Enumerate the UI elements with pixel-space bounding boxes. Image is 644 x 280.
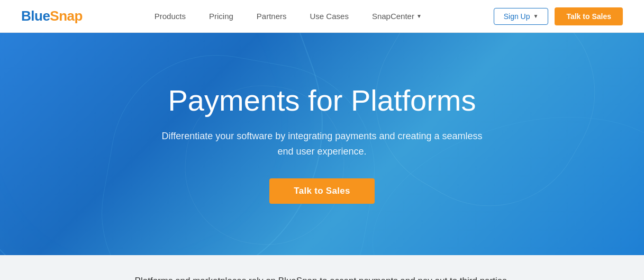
nav-item-partners[interactable]: Partners — [245, 12, 298, 21]
nav-item-use-cases[interactable]: Use Cases — [298, 12, 360, 21]
hero-title: Payments for Platforms — [168, 84, 476, 117]
sign-up-chevron-down-icon: ▼ — [533, 13, 539, 19]
hero-content: Payments for Platforms Differentiate you… — [158, 84, 486, 203]
nav-item-products[interactable]: Products — [143, 12, 197, 21]
snap-center-chevron-down-icon: ▼ — [416, 13, 422, 19]
snap-center-label: SnapCenter — [372, 12, 414, 21]
talk-to-sales-header-button[interactable]: Talk to Sales — [555, 7, 623, 25]
header: BlueSnap Products Pricing Partners Use C… — [0, 0, 644, 33]
header-actions: Sign Up ▼ Talk to Sales — [494, 7, 623, 25]
subtext: Platforms and marketplaces rely on BlueS… — [135, 274, 510, 280]
subtext-section: Platforms and marketplaces rely on BlueS… — [0, 255, 644, 280]
hero-section: Payments for Platforms Differentiate you… — [0, 33, 644, 255]
nav-item-pricing[interactable]: Pricing — [197, 12, 245, 21]
hero-subtitle: Differentiate your software by integrati… — [158, 129, 486, 159]
logo[interactable]: BlueSnap — [21, 8, 83, 24]
sign-up-label: Sign Up — [504, 12, 530, 21]
talk-to-sales-hero-button[interactable]: Talk to Sales — [269, 178, 375, 204]
logo-snap: Snap — [50, 8, 83, 24]
sign-up-button[interactable]: Sign Up ▼ — [494, 8, 549, 25]
main-nav: Products Pricing Partners Use Cases Snap… — [143, 12, 433, 21]
nav-item-snap-center[interactable]: SnapCenter ▼ — [360, 12, 433, 21]
logo-blue: Blue — [21, 8, 50, 24]
